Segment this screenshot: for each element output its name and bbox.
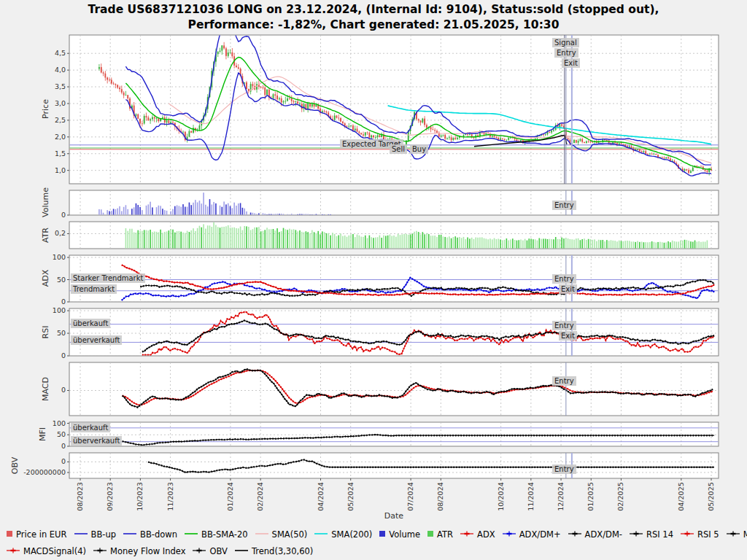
legend-label: ATR (437, 529, 453, 540)
legend-item: ADX/DM- (568, 529, 622, 540)
legend-marker-square (6, 529, 13, 540)
legend-label: ADX (477, 529, 495, 540)
legend-marker-linemark (460, 529, 474, 540)
legend-label: Price in EUR (16, 529, 67, 540)
legend-marker-linemark (502, 529, 516, 540)
legend-item: BB-SMA-20 (184, 529, 248, 540)
legend-label: MACDSignal(4) (23, 546, 86, 556)
legend-marker-linemark (6, 546, 20, 556)
legend-marker-line (123, 529, 137, 540)
legend-item: OBV (192, 546, 227, 556)
legend-marker-line (255, 529, 269, 540)
legend-row: Price in EURBB-upBB-downBB-SMA-20SMA(50)… (6, 526, 744, 542)
legend-item: SMA(200) (314, 529, 372, 540)
legend-item: MACDSignal(4) (6, 546, 86, 556)
legend-label: ADX/DM+ (519, 529, 561, 540)
legend-label: Money Flow Index (110, 546, 185, 556)
legend-marker-linemark (680, 529, 694, 540)
legend-marker-linemark (93, 546, 107, 556)
legend-marker-line (234, 546, 249, 556)
legend: Price in EURBB-upBB-downBB-SMA-20SMA(50)… (6, 526, 744, 559)
legend-label: BB-down (140, 529, 177, 540)
legend-label: Trend(3,30,60) (252, 546, 313, 556)
legend-item: MACD(5,13) (726, 529, 747, 540)
legend-item: ADX/DM+ (502, 529, 561, 540)
legend-marker-line (184, 529, 198, 540)
legend-label: Volume (389, 529, 420, 540)
legend-item: Price in EUR (6, 529, 67, 540)
legend-item: SMA(50) (255, 529, 308, 540)
legend-item: BB-down (123, 529, 177, 540)
legend-item: ADX (460, 529, 495, 540)
legend-label: RSI 14 (646, 529, 673, 540)
trade-chart-figure: Trade US6837121036 LONG on 23.12.2024, (… (0, 0, 747, 560)
legend-marker-linemark (629, 529, 643, 540)
legend-label: MACD(5,13) (743, 529, 747, 540)
legend-marker-linemark (192, 546, 206, 556)
legend-item: Money Flow Index (93, 546, 185, 556)
legend-item: BB-up (74, 529, 117, 540)
chart-plot (0, 0, 747, 560)
legend-item: Trend(3,30,60) (234, 546, 313, 556)
legend-item: RSI 5 (680, 529, 719, 540)
legend-label: SMA(200) (331, 529, 372, 540)
legend-label: BB-SMA-20 (201, 529, 248, 540)
legend-item: ATR (427, 529, 453, 540)
legend-marker-linemark (568, 529, 582, 540)
x-axis-title: Date (69, 511, 719, 521)
legend-marker-line (314, 529, 328, 540)
legend-marker-line (74, 529, 88, 540)
legend-label: ADX/DM- (585, 529, 622, 540)
legend-label: SMA(50) (272, 529, 308, 540)
legend-label: RSI 5 (697, 529, 719, 540)
legend-label: BB-up (91, 529, 117, 540)
legend-marker-linemark (726, 529, 740, 540)
legend-marker-square (427, 529, 434, 540)
legend-item: RSI 14 (629, 529, 673, 540)
legend-marker-square (379, 529, 386, 540)
legend-row: MACDSignal(4)Money Flow IndexOBVTrend(3,… (6, 542, 744, 559)
legend-item: Volume (379, 529, 420, 540)
legend-label: OBV (209, 546, 227, 556)
